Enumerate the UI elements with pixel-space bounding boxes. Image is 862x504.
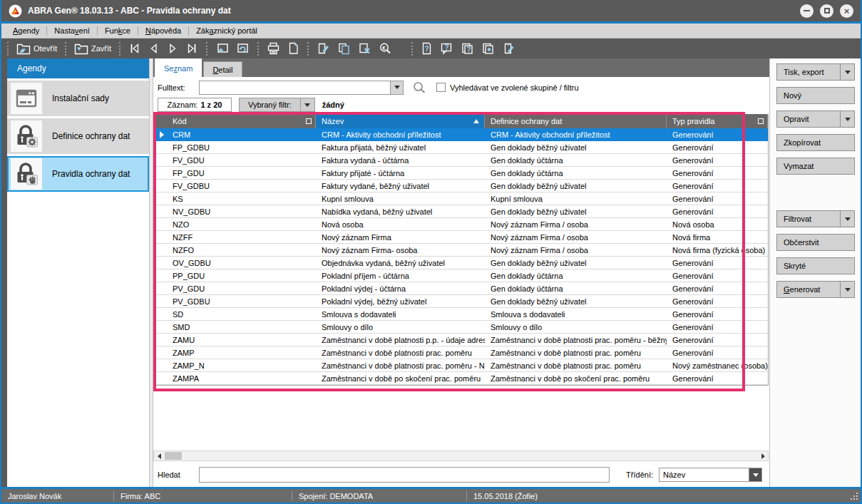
print-button[interactable] [263,41,284,56]
table-row[interactable]: CRM CRM - Aktivity obchodní příležitost … [154,128,768,141]
edit-note-button[interactable] [498,41,519,56]
toolbar-separator [257,42,259,56]
sidebar-item-pravidla-ochrany-dat[interactable]: Pravidla ochrany dat [7,156,149,192]
edit-button[interactable]: Opravit [776,110,855,128]
table-row[interactable]: ZAMU Zaměstnanci v době platnosti p.p. -… [154,334,768,346]
search-money-icon: € [379,42,392,55]
table-row[interactable]: NZFF Nový záznam Firma Nový záznam Firma… [154,231,768,244]
button-group-gap [776,181,856,210]
dropdown-icon[interactable] [840,111,854,127]
selected-filter-button[interactable]: Vybraný filtr: [239,98,315,112]
titlebar[interactable]: ABRA Gen® 18.03.13 - ABC - Pravidla ochr… [1,0,861,21]
close-agenda-button[interactable]: Zavřít [71,41,115,56]
table-row[interactable]: FV_GDBU Faktury vydané, běžný uživatel G… [154,180,768,192]
close-icon[interactable]: × [840,4,853,18]
table-row[interactable]: PV_GDBU Pokladní výdej, běžný uživatel G… [154,295,768,308]
table-row[interactable]: KS Kupní smlouva Kupní smlouva Generován… [154,192,768,205]
table-row[interactable]: SD Smlouva s dodavateli Smlouva s dodava… [154,308,768,321]
fulltext-input[interactable] [200,81,390,94]
table-row[interactable]: FP_GDBU Faktura přijatá, běžný uživatel … [154,141,768,154]
dropdown-icon[interactable] [840,64,854,80]
table-row[interactable]: NV_GDBU Nabídka vydaná, běžný uživatel G… [154,205,768,218]
statusbar: Jaroslav Novák Firma: ABC Spojení: DEMOD… [1,487,861,503]
tab-detail[interactable]: Detail [203,61,242,77]
sort-combo[interactable]: Název [659,468,762,482]
menu-nastaveni[interactable]: Nastavení [47,24,97,38]
fulltext-combo [199,81,404,95]
table-row[interactable]: ZAMP_N Zaměstnanci v době platnosti prac… [154,359,768,372]
table-row[interactable]: NZFO Nový záznam Firma- osoba Nový zázna… [154,244,768,257]
context-help-icon: ? [440,42,453,55]
column-options-icon[interactable] [758,118,764,124]
filter-dropdown-icon[interactable] [300,98,314,111]
table-row[interactable]: FV_GDU Faktura vydaná - účtárna Gen dokl… [154,154,768,167]
table-row[interactable]: ZAMP Zaměstnanci v době platnosti prac. … [154,346,768,359]
open-agenda-button[interactable]: Otevřít [13,41,61,56]
delete-button[interactable]: Vymazat [776,158,855,175]
table-row[interactable]: PP_GDU Pokladní příjem - účtárna Gen dok… [154,269,768,282]
context-help-button[interactable]: ? [436,41,457,56]
copy-button[interactable]: Zkopírovat [776,134,855,151]
fulltext-dropdown-icon[interactable] [390,81,403,94]
quick-search-input[interactable] [199,467,610,483]
menu-napoveda[interactable]: Nápověda [138,24,188,38]
table-row[interactable]: PV_GDU Pokladní výdej - účtárna Gen dokl… [154,282,768,295]
help-button[interactable]: ? [417,41,436,56]
column-header-definice[interactable]: Definice ochrany dat [485,114,667,128]
search-group-checkbox[interactable] [436,83,446,92]
refresh-record-button[interactable] [232,41,253,56]
resize-grip[interactable] [851,493,858,500]
scroll-right-icon[interactable] [758,451,768,461]
menu-agendy[interactable]: Agendy [6,24,46,38]
column-header-nazev[interactable]: Název [316,114,485,128]
column-options-icon[interactable] [306,118,312,124]
dropdown-icon[interactable] [840,211,854,227]
horizontal-scrollbar[interactable] [153,451,769,461]
window-controls: × [800,4,853,18]
help-topics-button[interactable]: ? [457,41,478,56]
new-document-button[interactable] [284,41,303,56]
refresh-button[interactable]: Občerstvit [776,234,855,251]
copy-record-button[interactable] [334,41,354,56]
install-set-icon [11,83,42,114]
maximize-icon[interactable] [820,4,833,18]
table-row[interactable]: FP_GDU Faktury přijaté - účtárna Gen dok… [154,167,768,180]
new-button[interactable]: Nový [776,87,855,104]
search-icon[interactable] [412,81,426,95]
generate-button[interactable]: Generovat [776,281,855,298]
print-export-button[interactable]: Tisk, export [776,63,855,81]
search-money-button[interactable]: € [375,41,396,56]
sidebar-item-instalacni-sady[interactable]: Instalační sady [7,81,149,116]
sort-dropdown-icon[interactable] [749,468,761,481]
edit-record-button[interactable] [313,41,334,56]
actions-panel: Tisk, export Nový Opravit Zkopírovat Vym… [769,58,861,487]
column-header-typ[interactable]: Typ pravidla [667,114,768,128]
prior-record-button[interactable] [145,41,163,56]
minimize-icon[interactable] [800,4,814,18]
first-record-button[interactable] [125,41,145,56]
abra-logo-icon [9,4,22,18]
toolbar-separator [65,42,66,56]
next-record-button[interactable] [163,41,182,56]
related-topics-icon [481,42,495,55]
insert-record-button[interactable] [212,41,232,56]
last-record-button[interactable] [182,41,202,56]
edit-record-icon [317,42,330,55]
table-row[interactable]: SMD Smlouvy o dílo Smlouvy o dílo Genero… [154,321,768,334]
hidden-button[interactable]: Skryté [776,257,855,274]
filter-row: Záznam:1 z 20 Vybraný filtr: žádný [153,96,769,114]
column-header-kod[interactable]: Kód [154,114,316,128]
table-row[interactable]: ZAMPA Zaměstnanci v době po skočení prac… [154,372,768,385]
delete-record-button[interactable] [354,41,375,56]
related-topics-button[interactable] [478,41,498,56]
table-row[interactable]: OV_GDBU Objednávka vydaná, běžný uživate… [154,257,768,269]
scrollbar-thumb[interactable] [165,452,182,460]
dropdown-icon[interactable] [840,282,854,297]
filter-button[interactable]: Filtrovat [776,210,855,227]
menu-funkce[interactable]: Funkce [98,24,138,38]
menu-zakaznicky-portal[interactable]: Zákaznický portál [189,24,265,38]
scroll-left-icon[interactable] [154,451,164,461]
table-row[interactable]: NZO Nová osoba Nový záznam Firma / osoba… [154,218,768,231]
tab-seznam[interactable]: Seznam [155,58,202,77]
sidebar-item-definice-ochrany-dat[interactable]: Definice ochrany dat [7,118,149,154]
